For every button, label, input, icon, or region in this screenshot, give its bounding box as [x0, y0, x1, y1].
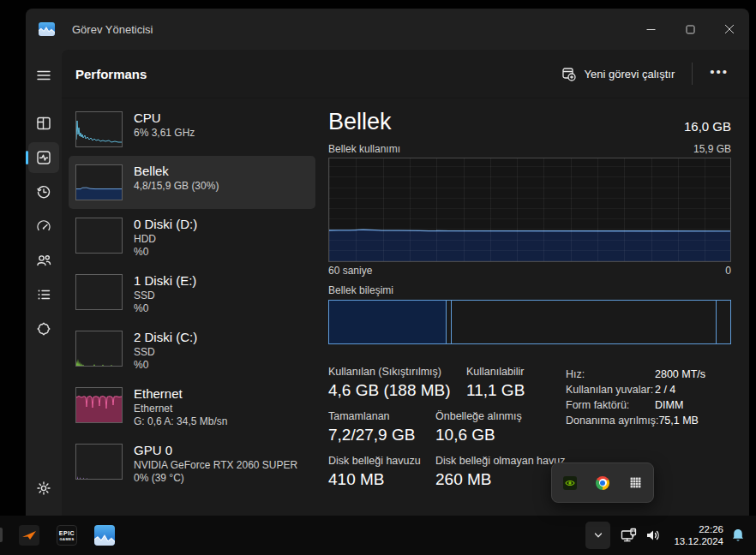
header-separator	[692, 63, 693, 85]
device-item-gpu[interactable]: GPU 0 NVIDIA GeForce RTX 2060 SUPER 0% (…	[69, 435, 315, 492]
run-new-task-button[interactable]: Yeni görevi çalıştır	[553, 61, 683, 87]
more-options-button[interactable]: •••	[701, 61, 737, 87]
ethernet-thumbnail-graph	[75, 387, 123, 423]
titlebar[interactable]: Görev Yöneticisi	[26, 9, 749, 50]
device-item-disk-e[interactable]: 1 Diski (E:) SSD %0	[69, 266, 315, 322]
stat-label: Disk belleği havuzu	[328, 454, 435, 468]
device-line2: 0% (39 °C)	[134, 472, 297, 485]
minimize-button[interactable]	[631, 9, 670, 50]
device-item-cpu[interactable]: CPU 6% 3,61 GHz	[69, 103, 315, 156]
usage-max-label: 15,9 GB	[693, 143, 731, 155]
gear-icon	[35, 480, 52, 497]
processes-icon	[35, 115, 52, 132]
stat-label: Disk belleği olmayan havuz	[435, 454, 565, 468]
device-item-ethernet[interactable]: Ethernet Ethernet G: 0,6 A: 34,5 Mb/sn	[69, 379, 315, 435]
nvidia-tray-icon[interactable]	[562, 475, 577, 490]
sidebar-item-startup-apps[interactable]	[28, 211, 59, 242]
gpu-thumbnail-graph	[75, 444, 123, 480]
memory-usage-graph	[328, 158, 731, 262]
stat-label: Kullanılabilir	[466, 365, 525, 379]
sidebar-item-processes[interactable]	[28, 108, 59, 139]
stat-value: 4,6 GB (188 MB)	[328, 379, 466, 402]
x-axis-left-label: 60 saniye	[328, 265, 372, 277]
stat-label: Tamamlanan	[328, 409, 435, 424]
stat-label: Kullanılan (Sıkıştırılmış)	[328, 365, 466, 379]
disk-e-thumbnail-graph	[75, 274, 123, 310]
sidebar-item-performance[interactable]	[28, 142, 59, 173]
stat-value: 10,6 GB	[435, 424, 522, 446]
memory-detail-panel: Bellek 16,0 GB Bellek kullanımı 15,9 GB …	[328, 108, 731, 344]
device-title: CPU	[134, 110, 195, 127]
device-item-memory[interactable]: Bellek 4,8/15,9 GB (30%)	[69, 156, 315, 209]
disk-d-thumbnail-graph	[75, 218, 123, 254]
memory-thumbnail-graph	[75, 164, 123, 200]
tray-chevron-button[interactable]	[585, 522, 610, 549]
stat-label: Önbelleğe alınmış	[435, 409, 522, 424]
hw-value: 75,1 MB	[658, 413, 699, 428]
gauge-icon	[35, 218, 52, 235]
memory-stats: Kullanılan (Sıkıştırılmış) 4,6 GB (188 M…	[328, 365, 577, 498]
taskbar-app-overwolf[interactable]	[19, 525, 39, 546]
chevron-down-icon	[592, 529, 604, 541]
window-title: Görev Yöneticisi	[72, 23, 153, 36]
disk-c-thumbnail-graph	[75, 331, 123, 367]
taskbar-app-task-manager[interactable]	[94, 525, 115, 546]
notification-bell-icon[interactable]	[729, 524, 747, 546]
close-button[interactable]	[710, 9, 749, 50]
usage-label: Bellek kullanımı	[328, 143, 400, 155]
sidebar-item-services[interactable]	[28, 313, 59, 344]
hw-value: 2800 MT/s	[655, 367, 705, 382]
device-line1: 6% 3,61 GHz	[134, 127, 195, 140]
navigation-rail	[26, 50, 62, 516]
tray-overflow-flyout	[551, 462, 654, 503]
tray-clock[interactable]: 22:26 13.12.2024	[674, 523, 723, 547]
settings-button[interactable]	[28, 473, 59, 504]
taskbar-app-epic-games[interactable]: EPIC GAMES	[57, 525, 77, 546]
performance-icon	[35, 149, 52, 166]
cpu-thumbnail-graph	[75, 111, 123, 147]
network-tray-icon[interactable]	[620, 524, 639, 546]
content-header: Performans Yeni görevi çalıştır •••	[62, 50, 749, 98]
system-tray: 22:26 13.12.2024	[585, 516, 749, 555]
device-item-disk-d[interactable]: 0 Diski (D:) HDD %0	[69, 209, 315, 266]
run-new-task-label: Yeni görevi çalıştır	[584, 68, 675, 81]
graph-gridlines	[329, 158, 730, 261]
new-task-icon	[561, 67, 576, 81]
taskbar-app-icons: EPIC GAMES	[19, 516, 115, 555]
history-icon	[35, 183, 52, 200]
stat-value: 260 MB	[435, 468, 565, 491]
detail-title: Bellek	[328, 108, 392, 135]
memory-total: 16,0 GB	[684, 119, 731, 135]
device-title: 1 Diski (E:)	[134, 272, 196, 289]
sidebar-item-details[interactable]	[28, 279, 59, 310]
taskbar: EPIC GAMES 22:26 13.12.2024	[0, 516, 756, 555]
sidebar-item-users[interactable]	[28, 245, 59, 276]
device-line2: %0	[134, 302, 196, 315]
task-manager-window: Görev Yöneticisi	[26, 9, 749, 516]
stat-value: 11,1 GB	[466, 379, 525, 402]
device-title: 0 Diski (D:)	[134, 216, 197, 233]
chrome-tray-icon[interactable]	[596, 475, 610, 490]
device-line1: SSD	[134, 346, 197, 359]
device-line1: HDD	[134, 233, 197, 246]
x-axis-right-label: 0	[725, 265, 731, 277]
device-item-disk-c[interactable]: 2 Diski (C:) SSD %0	[69, 322, 315, 379]
menu-icon[interactable]	[28, 60, 59, 91]
services-cog-icon	[35, 320, 52, 337]
device-line2: %0	[134, 246, 197, 259]
grid-app-tray-icon[interactable]	[628, 475, 643, 490]
stat-value: 7,2/27,9 GB	[328, 424, 435, 446]
performance-device-list: CPU 6% 3,61 GHz Bellek 4,8/15,9 GB (30%)	[69, 103, 315, 492]
device-line1: NVIDIA GeForce RTX 2060 SUPER	[134, 459, 297, 472]
taskbar-edge-partial-icon	[0, 528, 3, 542]
epic-label-2: GAMES	[59, 537, 74, 541]
orange-arrow-icon	[21, 529, 37, 541]
volume-tray-icon[interactable]	[644, 524, 663, 546]
sidebar-item-app-history[interactable]	[28, 176, 59, 207]
device-line1: Ethernet	[134, 403, 227, 415]
device-line1: 4,8/15,9 GB (30%)	[134, 180, 219, 193]
maximize-button[interactable]	[670, 9, 710, 50]
comp-divider-free	[716, 301, 717, 343]
hw-label: Form faktörü:	[566, 397, 655, 413]
users-icon	[35, 252, 52, 269]
